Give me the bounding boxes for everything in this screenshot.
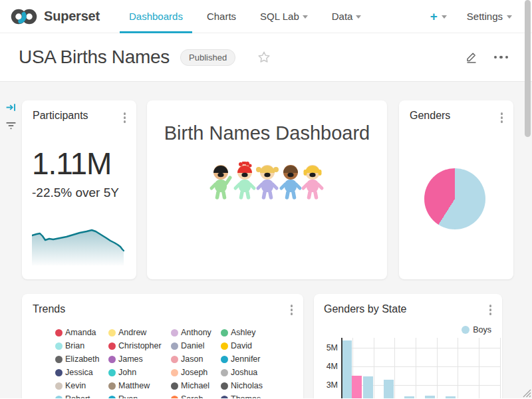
nav-tab-label: Dashboards [129,11,183,22]
legend-item[interactable]: James [108,352,171,366]
legend-swatch [171,356,178,363]
legend-swatch [108,356,116,363]
legend-swatch [221,342,228,350]
chart-options-icon[interactable] [488,303,493,317]
gridline [394,338,395,398]
chevron-down-icon [507,15,512,19]
dashboard-header: USA Births Names Published [0,33,532,82]
legend-label: Joshua [231,368,257,377]
legend-label: Ryan [118,394,138,398]
bar-girls [352,376,362,398]
trends-legend: AmandaAndrewAnthonyAshleyBrianChristophe… [55,326,274,398]
legend-item[interactable]: Amanda [55,326,108,339]
children-illustration [147,162,387,204]
legend-label: Robert [65,394,90,398]
settings-menu[interactable]: Settings [467,11,512,22]
nav-tab-data[interactable]: Data [325,0,368,33]
legend-item[interactable]: John [108,366,171,379]
legend-item[interactable]: Robert [55,392,108,398]
participants-card: Participants 1.11M -22.5% over 5Y [22,100,136,279]
gridline [342,348,500,348]
legend-item[interactable]: Michael [171,379,221,392]
legend-label: Joseph [181,368,207,377]
new-item-menu[interactable]: + [430,10,447,23]
legend-label: Daniel [181,341,204,350]
bar-boys [425,396,435,398]
legend-label: Sarah [181,394,203,398]
brand-name: Superset [44,9,100,24]
plus-icon: + [430,10,438,23]
legend-item[interactable]: Ryan [108,392,171,398]
legend-item[interactable]: David [221,339,274,352]
legend-swatch [221,396,228,399]
legend-item[interactable]: Brian [55,339,108,352]
bar-boys [363,376,373,398]
participants-sparkline [32,228,124,267]
genders-pie-chart [424,168,485,229]
legend-swatch [108,329,116,336]
settings-label: Settings [467,11,503,22]
big-number-subheader: -22.5% over 5Y [32,186,119,200]
legend-item[interactable]: Jason [171,352,221,366]
legend-swatch [55,342,63,350]
filter-icon[interactable] [5,120,17,134]
legend-label: Andrew [118,328,146,337]
chevron-down-icon [442,15,447,19]
legend-swatch [221,356,228,363]
legend-swatch [108,342,116,350]
legend-item[interactable]: Jessica [55,366,108,379]
legend-swatch [462,326,469,334]
legend-swatch [55,369,63,376]
legend-item[interactable]: Joseph [171,366,221,379]
expand-filter-bar-icon[interactable] [5,102,17,116]
legend-item[interactable]: Anthony [171,326,221,339]
legend-item[interactable]: Sarah [171,392,221,398]
superset-logo[interactable]: Superset [9,8,100,25]
nav-tab-sql-lab[interactable]: SQL Lab [253,0,315,33]
legend-label: Nicholas [231,381,263,390]
legend-item[interactable]: Kevin [55,379,108,392]
legend-swatch [221,382,228,390]
chevron-down-icon [303,15,308,19]
bar-boys [404,396,414,398]
scrollbar-thumb[interactable] [525,0,531,137]
legend-label: Michael [181,381,209,390]
y-axis-tick: 4M [322,362,338,371]
chevron-down-icon [356,15,361,19]
legend-item[interactable]: Andrew [108,326,171,339]
gridline [479,338,479,398]
published-badge[interactable]: Published [180,49,235,66]
legend-item[interactable]: Nicholas [221,379,274,392]
genders-card: Genders [399,100,513,279]
markdown-header-card: Birth Names Dashboard [147,100,387,279]
legend-item[interactable]: Matthew [108,379,171,392]
bar-boys [446,396,456,398]
legend-label: Christopher [118,341,162,350]
legend-label: Jessica [65,368,93,377]
legend-label: Elizabeth [65,354,99,364]
chart-title: Trends [33,303,65,315]
chart-options-icon[interactable] [289,303,295,317]
chart-title: Genders by State [324,303,407,315]
chart-options-icon[interactable] [122,111,128,124]
legend-item[interactable]: Jennifer [221,352,274,366]
nav-tab-charts[interactable]: Charts [200,0,243,33]
legend-item[interactable]: Elizabeth [55,352,108,366]
legend-item[interactable]: Joshua [221,366,274,379]
favorite-star-icon[interactable] [257,50,271,65]
edit-dashboard-icon[interactable] [465,51,478,64]
gridline [416,338,416,398]
legend-item-boys[interactable]: Boys [462,325,491,334]
resize-handle-icon[interactable] [521,387,531,398]
legend-label: Brian [65,341,84,350]
legend-item[interactable]: Christopher [108,339,171,352]
big-number-value: 1.11M [32,147,111,180]
markdown-title: Birth Names Dashboard [147,122,387,144]
nav-tab-dashboards[interactable]: Dashboards [122,0,190,33]
more-actions-menu-icon[interactable] [494,56,509,59]
legend-item[interactable]: Ashley [221,326,274,339]
legend-item[interactable]: Thomas [221,392,274,398]
legend-item[interactable]: Daniel [171,339,221,352]
chart-options-icon[interactable] [499,111,505,124]
gridline [437,338,438,398]
